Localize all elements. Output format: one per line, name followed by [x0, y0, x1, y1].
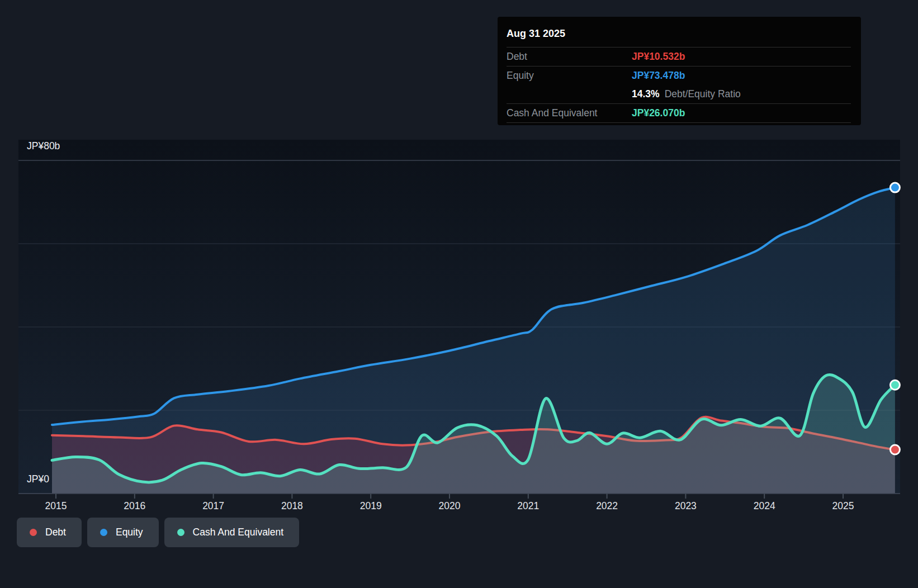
x-axis-label-2017: 2017: [202, 500, 224, 512]
equity-dot-icon: [100, 529, 107, 536]
equity-end-marker: [890, 183, 900, 192]
legend-item-debt[interactable]: Debt: [17, 518, 82, 547]
tooltip-equity-value: JP¥73.478b: [632, 70, 685, 82]
tooltip-row-ratio: 14.3% Debt/Equity Ratio: [507, 85, 851, 104]
tooltip-cash-value: JP¥26.070b: [632, 107, 685, 119]
x-axis-label-2021: 2021: [517, 500, 539, 512]
tooltip-debt-value: JP¥10.532b: [632, 51, 685, 63]
legend-item-cash[interactable]: Cash And Equivalent: [164, 518, 299, 547]
x-axis-label-2015: 2015: [45, 500, 67, 512]
x-axis-label-2020: 2020: [439, 500, 461, 512]
tooltip-row-cash: Cash And Equivalent JP¥26.070b: [507, 104, 851, 123]
tooltip-row-debt: Debt JP¥10.532b: [507, 48, 851, 67]
y-axis-label-0b: JP¥0: [27, 473, 49, 485]
tooltip-debt-label: Debt: [507, 51, 632, 63]
tooltip-ratio-suffix: Debt/Equity Ratio: [665, 88, 741, 100]
tooltip-row-equity: Equity JP¥73.478b: [507, 67, 851, 85]
x-axis-label-2022: 2022: [596, 500, 618, 512]
x-axis-label-2023: 2023: [675, 500, 697, 512]
debt-end-marker: [890, 445, 900, 454]
chart-panel: JP¥80bJP¥0 20152016201720182019202020212…: [0, 0, 918, 588]
x-axis-label-2018: 2018: [281, 500, 303, 512]
legend: Debt Equity Cash And Equivalent: [17, 518, 299, 547]
tooltip-cash-label: Cash And Equivalent: [507, 107, 632, 119]
legend-equity-label: Equity: [116, 527, 143, 538]
y-axis-label-80b: JP¥80b: [27, 140, 60, 152]
x-axis-label-2019: 2019: [360, 500, 382, 512]
x-axis-label-2024: 2024: [754, 500, 775, 512]
x-axis-label-2016: 2016: [124, 500, 145, 512]
cash-and-equivalent-end-marker: [890, 380, 900, 390]
debt-dot-icon: [30, 529, 37, 536]
tooltip-equity-label: Equity: [507, 70, 632, 82]
x-axis-label-2025: 2025: [832, 500, 854, 512]
legend-item-equity[interactable]: Equity: [87, 518, 159, 547]
legend-cash-label: Cash And Equivalent: [193, 527, 283, 538]
tooltip-card: Aug 31 2025 Debt JP¥10.532b Equity JP¥73…: [498, 17, 861, 125]
cash-dot-icon: [177, 529, 184, 536]
legend-debt-label: Debt: [45, 527, 66, 538]
tooltip-date: Aug 31 2025: [507, 21, 851, 48]
tooltip-ratio-value: 14.3%: [632, 88, 660, 100]
